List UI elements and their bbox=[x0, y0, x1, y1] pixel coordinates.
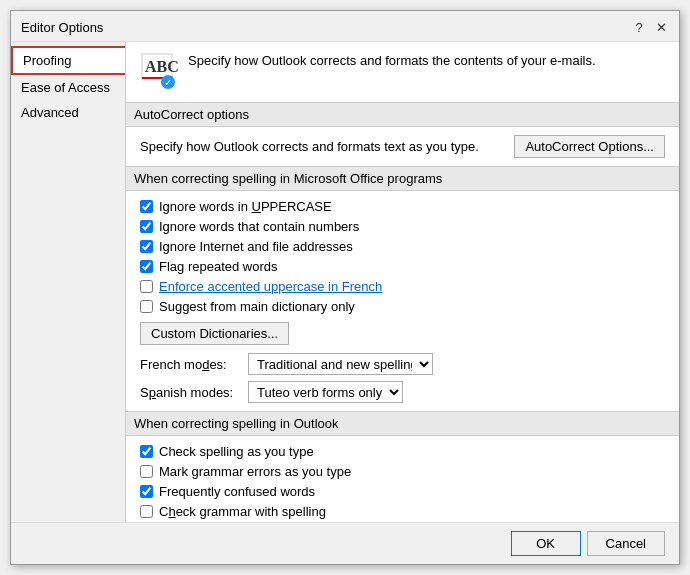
editor-options-dialog: Editor Options ? ✕ Proofing Ease of Acce… bbox=[10, 10, 680, 565]
sidebar-item-proofing[interactable]: Proofing bbox=[11, 46, 125, 75]
main-content: ABC ✓ Specify how Outlook corrects and f… bbox=[126, 42, 679, 522]
check-as-you-type-label: Check spelling as you type bbox=[159, 444, 314, 459]
header-row: ABC ✓ Specify how Outlook corrects and f… bbox=[140, 52, 665, 90]
spanish-modes-select[interactable]: Tuteo verb forms only Voseo verb forms o… bbox=[248, 381, 403, 403]
suggest-main-label: Suggest from main dictionary only bbox=[159, 299, 355, 314]
scrollable-area: ABC ✓ Specify how Outlook corrects and f… bbox=[126, 42, 679, 522]
ignore-uppercase-label: Ignore words in UPPERCASE bbox=[159, 199, 332, 214]
checkbox-check-as-you-type: Check spelling as you type bbox=[140, 444, 665, 459]
frequently-confused-checkbox[interactable] bbox=[140, 485, 153, 498]
ignore-internet-label: Ignore Internet and file addresses bbox=[159, 239, 353, 254]
enforce-accented-label: Enforce accented uppercase in French bbox=[159, 279, 382, 294]
spanish-modes-label: Spanish modes: bbox=[140, 385, 240, 400]
sidebar: Proofing Ease of Access Advanced bbox=[11, 42, 126, 522]
help-button[interactable]: ? bbox=[629, 17, 649, 37]
mark-grammar-checkbox[interactable] bbox=[140, 465, 153, 478]
autocorrect-section-header: AutoCorrect options bbox=[126, 102, 679, 127]
checkbox-enforce-accented: Enforce accented uppercase in French bbox=[140, 279, 665, 294]
check-grammar-spelling-checkbox[interactable] bbox=[140, 505, 153, 518]
ignore-uppercase-checkbox[interactable] bbox=[140, 200, 153, 213]
cancel-button[interactable]: Cancel bbox=[587, 531, 665, 556]
sidebar-item-advanced[interactable]: Advanced bbox=[11, 100, 125, 125]
sidebar-item-ease-of-access[interactable]: Ease of Access bbox=[11, 75, 125, 100]
custom-dict-row: Custom Dictionaries... bbox=[140, 322, 665, 345]
french-modes-row: French modes: Traditional and new spelli… bbox=[140, 353, 665, 375]
checkbox-frequently-confused: Frequently confused words bbox=[140, 484, 665, 499]
french-modes-label: French modes: bbox=[140, 357, 240, 372]
mark-grammar-label: Mark grammar errors as you type bbox=[159, 464, 351, 479]
spelling-outlook-section-header: When correcting spelling in Outlook bbox=[126, 411, 679, 436]
flag-repeated-label: Flag repeated words bbox=[159, 259, 278, 274]
checkbox-mark-grammar: Mark grammar errors as you type bbox=[140, 464, 665, 479]
checkbox-ignore-numbers: Ignore words that contain numbers bbox=[140, 219, 665, 234]
checkbox-suggest-main: Suggest from main dictionary only bbox=[140, 299, 665, 314]
frequently-confused-label: Frequently confused words bbox=[159, 484, 315, 499]
svg-text:ABC: ABC bbox=[145, 58, 178, 75]
checkbox-ignore-internet: Ignore Internet and file addresses bbox=[140, 239, 665, 254]
custom-dictionaries-button[interactable]: Custom Dictionaries... bbox=[140, 322, 289, 345]
close-button[interactable]: ✕ bbox=[651, 17, 671, 37]
header-description: Specify how Outlook corrects and formats… bbox=[188, 52, 596, 70]
abc-icon: ABC ✓ bbox=[140, 52, 178, 90]
dialog-title: Editor Options bbox=[21, 20, 103, 35]
title-bar: Editor Options ? ✕ bbox=[11, 11, 679, 42]
autocorrect-row: Specify how Outlook corrects and formats… bbox=[140, 135, 665, 158]
autocorrect-description: Specify how Outlook corrects and formats… bbox=[140, 139, 479, 154]
svg-text:✓: ✓ bbox=[164, 77, 172, 88]
checkbox-ignore-uppercase: Ignore words in UPPERCASE bbox=[140, 199, 665, 214]
ok-button[interactable]: OK bbox=[511, 531, 581, 556]
ignore-numbers-checkbox[interactable] bbox=[140, 220, 153, 233]
autocorrect-options-button[interactable]: AutoCorrect Options... bbox=[514, 135, 665, 158]
checkbox-check-grammar-spelling: Check grammar with spelling bbox=[140, 504, 665, 519]
dialog-footer: OK Cancel bbox=[11, 522, 679, 564]
spanish-modes-row: Spanish modes: Tuteo verb forms only Vos… bbox=[140, 381, 665, 403]
dialog-body: Proofing Ease of Access Advanced ABC ✓ S… bbox=[11, 42, 679, 522]
check-grammar-spelling-label: Check grammar with spelling bbox=[159, 504, 326, 519]
french-modes-select[interactable]: Traditional and new spellings Traditiona… bbox=[248, 353, 433, 375]
title-bar-buttons: ? ✕ bbox=[629, 17, 671, 37]
spelling-office-section-header: When correcting spelling in Microsoft Of… bbox=[126, 166, 679, 191]
enforce-accented-checkbox[interactable] bbox=[140, 280, 153, 293]
ignore-numbers-label: Ignore words that contain numbers bbox=[159, 219, 359, 234]
ignore-internet-checkbox[interactable] bbox=[140, 240, 153, 253]
checkbox-flag-repeated: Flag repeated words bbox=[140, 259, 665, 274]
flag-repeated-checkbox[interactable] bbox=[140, 260, 153, 273]
suggest-main-checkbox[interactable] bbox=[140, 300, 153, 313]
check-as-you-type-checkbox[interactable] bbox=[140, 445, 153, 458]
